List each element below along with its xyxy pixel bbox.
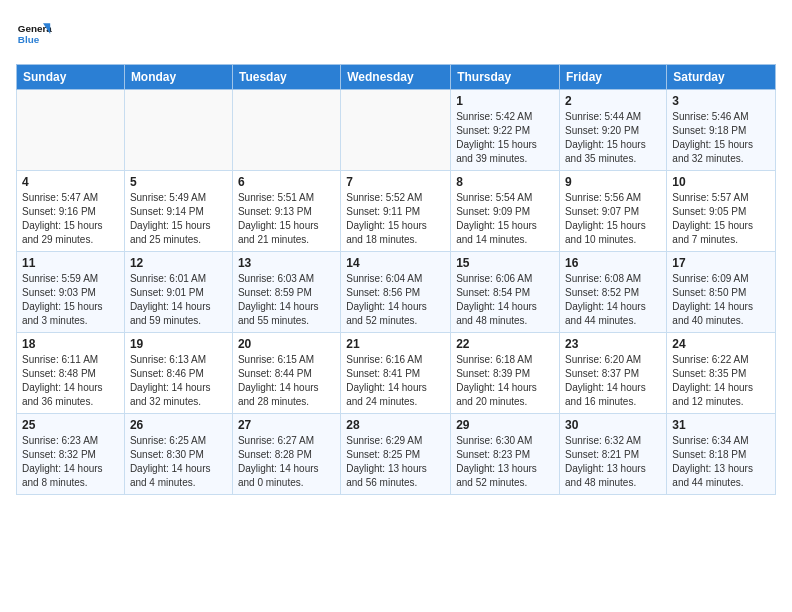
day-info: Sunrise: 6:22 AM Sunset: 8:35 PM Dayligh…: [672, 353, 770, 409]
day-number: 20: [238, 337, 335, 351]
calendar-week-row: 1Sunrise: 5:42 AM Sunset: 9:22 PM Daylig…: [17, 90, 776, 171]
day-info: Sunrise: 6:29 AM Sunset: 8:25 PM Dayligh…: [346, 434, 445, 490]
day-number: 14: [346, 256, 445, 270]
calendar-cell: [232, 90, 340, 171]
col-header-sunday: Sunday: [17, 65, 125, 90]
calendar-cell: 31Sunrise: 6:34 AM Sunset: 8:18 PM Dayli…: [667, 414, 776, 495]
calendar-cell: [124, 90, 232, 171]
day-info: Sunrise: 5:56 AM Sunset: 9:07 PM Dayligh…: [565, 191, 661, 247]
calendar-cell: 24Sunrise: 6:22 AM Sunset: 8:35 PM Dayli…: [667, 333, 776, 414]
day-number: 16: [565, 256, 661, 270]
day-info: Sunrise: 5:52 AM Sunset: 9:11 PM Dayligh…: [346, 191, 445, 247]
day-number: 19: [130, 337, 227, 351]
col-header-monday: Monday: [124, 65, 232, 90]
day-number: 4: [22, 175, 119, 189]
svg-text:Blue: Blue: [18, 34, 40, 45]
calendar-cell: 19Sunrise: 6:13 AM Sunset: 8:46 PM Dayli…: [124, 333, 232, 414]
day-number: 6: [238, 175, 335, 189]
day-number: 31: [672, 418, 770, 432]
day-info: Sunrise: 5:44 AM Sunset: 9:20 PM Dayligh…: [565, 110, 661, 166]
day-info: Sunrise: 6:01 AM Sunset: 9:01 PM Dayligh…: [130, 272, 227, 328]
day-info: Sunrise: 5:46 AM Sunset: 9:18 PM Dayligh…: [672, 110, 770, 166]
logo-icon: General Blue: [16, 16, 52, 52]
day-number: 17: [672, 256, 770, 270]
day-number: 26: [130, 418, 227, 432]
calendar-cell: [341, 90, 451, 171]
calendar-cell: 30Sunrise: 6:32 AM Sunset: 8:21 PM Dayli…: [560, 414, 667, 495]
day-number: 24: [672, 337, 770, 351]
day-info: Sunrise: 5:42 AM Sunset: 9:22 PM Dayligh…: [456, 110, 554, 166]
day-number: 12: [130, 256, 227, 270]
calendar-week-row: 18Sunrise: 6:11 AM Sunset: 8:48 PM Dayli…: [17, 333, 776, 414]
calendar-cell: 23Sunrise: 6:20 AM Sunset: 8:37 PM Dayli…: [560, 333, 667, 414]
day-info: Sunrise: 6:27 AM Sunset: 8:28 PM Dayligh…: [238, 434, 335, 490]
day-info: Sunrise: 6:32 AM Sunset: 8:21 PM Dayligh…: [565, 434, 661, 490]
day-info: Sunrise: 6:09 AM Sunset: 8:50 PM Dayligh…: [672, 272, 770, 328]
day-info: Sunrise: 5:57 AM Sunset: 9:05 PM Dayligh…: [672, 191, 770, 247]
day-info: Sunrise: 6:23 AM Sunset: 8:32 PM Dayligh…: [22, 434, 119, 490]
day-number: 29: [456, 418, 554, 432]
day-info: Sunrise: 6:15 AM Sunset: 8:44 PM Dayligh…: [238, 353, 335, 409]
day-number: 30: [565, 418, 661, 432]
calendar-cell: 25Sunrise: 6:23 AM Sunset: 8:32 PM Dayli…: [17, 414, 125, 495]
col-header-saturday: Saturday: [667, 65, 776, 90]
day-info: Sunrise: 6:16 AM Sunset: 8:41 PM Dayligh…: [346, 353, 445, 409]
col-header-wednesday: Wednesday: [341, 65, 451, 90]
calendar-cell: 12Sunrise: 6:01 AM Sunset: 9:01 PM Dayli…: [124, 252, 232, 333]
day-info: Sunrise: 5:47 AM Sunset: 9:16 PM Dayligh…: [22, 191, 119, 247]
calendar-cell: 6Sunrise: 5:51 AM Sunset: 9:13 PM Daylig…: [232, 171, 340, 252]
calendar-cell: 14Sunrise: 6:04 AM Sunset: 8:56 PM Dayli…: [341, 252, 451, 333]
day-number: 13: [238, 256, 335, 270]
day-info: Sunrise: 6:08 AM Sunset: 8:52 PM Dayligh…: [565, 272, 661, 328]
calendar-cell: 1Sunrise: 5:42 AM Sunset: 9:22 PM Daylig…: [451, 90, 560, 171]
calendar-cell: 13Sunrise: 6:03 AM Sunset: 8:59 PM Dayli…: [232, 252, 340, 333]
calendar-cell: 26Sunrise: 6:25 AM Sunset: 8:30 PM Dayli…: [124, 414, 232, 495]
day-number: 11: [22, 256, 119, 270]
day-info: Sunrise: 6:04 AM Sunset: 8:56 PM Dayligh…: [346, 272, 445, 328]
calendar-table: SundayMondayTuesdayWednesdayThursdayFrid…: [16, 64, 776, 495]
day-number: 1: [456, 94, 554, 108]
day-info: Sunrise: 6:06 AM Sunset: 8:54 PM Dayligh…: [456, 272, 554, 328]
calendar-cell: 3Sunrise: 5:46 AM Sunset: 9:18 PM Daylig…: [667, 90, 776, 171]
calendar-week-row: 4Sunrise: 5:47 AM Sunset: 9:16 PM Daylig…: [17, 171, 776, 252]
calendar-cell: 20Sunrise: 6:15 AM Sunset: 8:44 PM Dayli…: [232, 333, 340, 414]
day-number: 23: [565, 337, 661, 351]
calendar-cell: 9Sunrise: 5:56 AM Sunset: 9:07 PM Daylig…: [560, 171, 667, 252]
day-number: 2: [565, 94, 661, 108]
day-number: 15: [456, 256, 554, 270]
calendar-cell: 7Sunrise: 5:52 AM Sunset: 9:11 PM Daylig…: [341, 171, 451, 252]
calendar-cell: 28Sunrise: 6:29 AM Sunset: 8:25 PM Dayli…: [341, 414, 451, 495]
calendar-cell: 2Sunrise: 5:44 AM Sunset: 9:20 PM Daylig…: [560, 90, 667, 171]
calendar-cell: 5Sunrise: 5:49 AM Sunset: 9:14 PM Daylig…: [124, 171, 232, 252]
day-info: Sunrise: 6:34 AM Sunset: 8:18 PM Dayligh…: [672, 434, 770, 490]
day-number: 28: [346, 418, 445, 432]
calendar-cell: 27Sunrise: 6:27 AM Sunset: 8:28 PM Dayli…: [232, 414, 340, 495]
day-info: Sunrise: 5:49 AM Sunset: 9:14 PM Dayligh…: [130, 191, 227, 247]
day-number: 7: [346, 175, 445, 189]
day-info: Sunrise: 6:30 AM Sunset: 8:23 PM Dayligh…: [456, 434, 554, 490]
col-header-tuesday: Tuesday: [232, 65, 340, 90]
calendar-cell: 22Sunrise: 6:18 AM Sunset: 8:39 PM Dayli…: [451, 333, 560, 414]
calendar-header-row: SundayMondayTuesdayWednesdayThursdayFrid…: [17, 65, 776, 90]
day-number: 3: [672, 94, 770, 108]
logo: General Blue: [16, 16, 52, 52]
col-header-thursday: Thursday: [451, 65, 560, 90]
calendar-cell: 15Sunrise: 6:06 AM Sunset: 8:54 PM Dayli…: [451, 252, 560, 333]
calendar-cell: 21Sunrise: 6:16 AM Sunset: 8:41 PM Dayli…: [341, 333, 451, 414]
calendar-week-row: 11Sunrise: 5:59 AM Sunset: 9:03 PM Dayli…: [17, 252, 776, 333]
day-number: 8: [456, 175, 554, 189]
day-number: 27: [238, 418, 335, 432]
day-number: 25: [22, 418, 119, 432]
day-info: Sunrise: 6:13 AM Sunset: 8:46 PM Dayligh…: [130, 353, 227, 409]
calendar-cell: 17Sunrise: 6:09 AM Sunset: 8:50 PM Dayli…: [667, 252, 776, 333]
day-info: Sunrise: 5:59 AM Sunset: 9:03 PM Dayligh…: [22, 272, 119, 328]
calendar-cell: 18Sunrise: 6:11 AM Sunset: 8:48 PM Dayli…: [17, 333, 125, 414]
day-number: 9: [565, 175, 661, 189]
day-number: 18: [22, 337, 119, 351]
day-number: 21: [346, 337, 445, 351]
col-header-friday: Friday: [560, 65, 667, 90]
calendar-cell: 11Sunrise: 5:59 AM Sunset: 9:03 PM Dayli…: [17, 252, 125, 333]
calendar-cell: 16Sunrise: 6:08 AM Sunset: 8:52 PM Dayli…: [560, 252, 667, 333]
day-info: Sunrise: 5:54 AM Sunset: 9:09 PM Dayligh…: [456, 191, 554, 247]
page-header: General Blue: [16, 16, 776, 52]
